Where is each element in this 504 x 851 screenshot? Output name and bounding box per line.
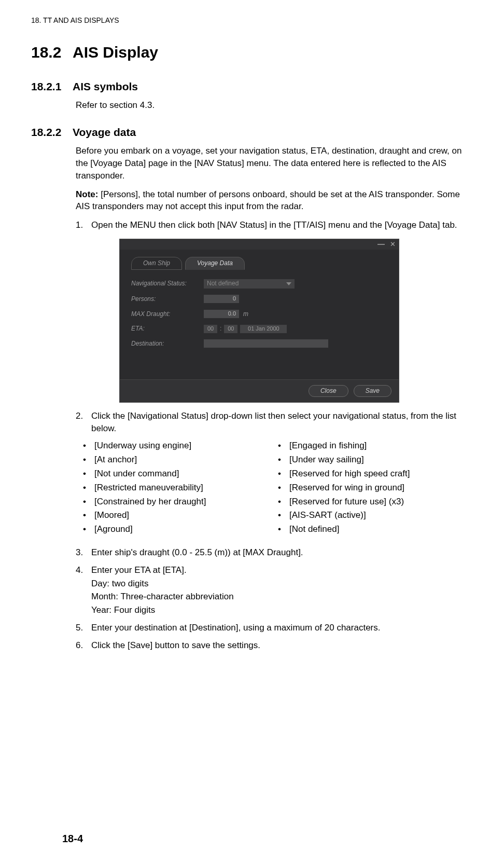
step-6-text: Click the [Save] button to save the sett… (91, 639, 473, 652)
step-4-text: Enter your ETA at [ETA]. (91, 564, 473, 577)
chevron-down-icon (286, 282, 291, 285)
step-4-number: 4. (76, 564, 91, 616)
subsection-2-intro: Before you embark on a voyage, set your … (76, 145, 473, 182)
destination-label: Destination: (131, 339, 204, 348)
step-1: 1. Open the MENU then click both [NAV St… (76, 219, 473, 231)
note-text: [Persons], the total number of persons o… (76, 189, 460, 212)
close-icon[interactable]: ✕ (390, 240, 396, 249)
step-3-text: Enter ship's draught (0.0 - 25.5 (m)) at… (91, 546, 473, 559)
list-item: •[Reserved for wing in ground] (278, 482, 473, 494)
step-3: 3. Enter ship's draught (0.0 - 25.5 (m))… (76, 546, 473, 559)
subsection-2-title: 18.2.2Voyage data (31, 125, 473, 140)
step-1-number: 1. (76, 219, 91, 231)
list-item: •[Not defined] (278, 523, 473, 536)
dialog-window: ✕ Own Ship Voyage Data Navigational Stat… (119, 239, 399, 403)
eta-hour-input[interactable]: 00 (204, 325, 217, 333)
subsection-1-title: 18.2.1AIS symbols (31, 79, 473, 94)
dialog-titlebar: ✕ (120, 239, 399, 250)
note-line: Note: [Persons], the total number of per… (76, 188, 473, 213)
persons-label: Persons: (131, 295, 204, 304)
list-item: •[Reserved for high speed craft] (278, 468, 473, 480)
step-3-number: 3. (76, 546, 91, 559)
voyage-data-dialog-figure: ✕ Own Ship Voyage Data Navigational Stat… (119, 239, 473, 403)
eta-date-input[interactable]: 01 Jan 2000 (240, 325, 287, 333)
list-item: •[Moored] (83, 509, 278, 521)
tab-own-ship[interactable]: Own Ship (131, 257, 182, 270)
list-item: •[Not under command] (83, 468, 278, 480)
step-4-sub-3: Year: Four digits (91, 604, 473, 616)
step-2-number: 2. (76, 410, 91, 435)
section-number: 18.2 (31, 42, 73, 63)
step-1-text: Open the MENU then click both [NAV Statu… (91, 219, 473, 231)
step-6: 6. Click the [Save] button to save the s… (76, 639, 473, 652)
list-item: •[Under way sailing] (278, 454, 473, 466)
step-4: 4. Enter your ETA at [ETA]. Day: two dig… (76, 564, 473, 616)
nav-status-dropdown[interactable]: Not defined (204, 279, 295, 289)
list-item: •[Constrained by her draught] (83, 496, 278, 508)
max-draught-input[interactable]: 0.0 (204, 310, 239, 318)
list-item: •[Aground] (83, 523, 278, 536)
step-5-number: 5. (76, 622, 91, 634)
draught-unit: m (243, 310, 248, 319)
eta-colon: : (220, 324, 221, 333)
eta-minute-input[interactable]: 00 (224, 325, 237, 333)
subsection-2-number: 18.2.2 (31, 125, 73, 140)
nav-status-options: •[Underway using engine] •[At anchor] •[… (83, 440, 473, 537)
persons-input[interactable]: 0 (204, 295, 239, 303)
max-draught-label: MAX Draught: (131, 310, 204, 319)
step-5: 5. Enter your destination at [Destinatio… (76, 622, 473, 634)
step-2: 2. Click the [Navigational Status] drop-… (76, 410, 473, 435)
note-label: Note: (76, 189, 98, 199)
list-item: •[Reserved for future use] (x3) (278, 496, 473, 508)
list-item: •[Underway using engine] (83, 440, 278, 452)
chapter-header: 18. TT AND AIS DISPLAYS (31, 16, 473, 26)
eta-label: ETA: (131, 324, 204, 333)
page-number: 18-4 (62, 831, 83, 846)
list-item: •[Restricted maneuverability] (83, 482, 278, 494)
step-6-number: 6. (76, 639, 91, 652)
subsection-1-title-text: AIS symbols (73, 80, 138, 92)
minimize-icon[interactable] (377, 244, 385, 245)
subsection-2-title-text: Voyage data (73, 126, 136, 138)
tab-voyage-data[interactable]: Voyage Data (185, 257, 245, 270)
subsection-1-number: 18.2.1 (31, 79, 73, 94)
subsection-1-body: Refer to section 4.3. (76, 99, 473, 112)
step-4-sub-1: Day: two digits (91, 578, 473, 590)
step-2-text: Click the [Navigational Status] drop-dow… (91, 410, 473, 435)
section-title-text: AIS Display (73, 44, 158, 61)
nav-status-label: Navigational Status: (131, 279, 204, 288)
list-item: •[AIS-SART (active)] (278, 509, 473, 521)
list-item: •[At anchor] (83, 454, 278, 466)
step-4-sub-2: Month: Three-character abbreviation (91, 591, 473, 603)
section-title: 18.2AIS Display (31, 42, 473, 63)
nav-status-value: Not defined (207, 279, 239, 288)
step-5-text: Enter your destination at [Destination],… (91, 622, 473, 634)
close-button[interactable]: Close (309, 385, 348, 397)
destination-input[interactable] (204, 339, 328, 348)
save-button[interactable]: Save (354, 385, 391, 397)
list-item: •[Engaged in fishing] (278, 440, 473, 452)
